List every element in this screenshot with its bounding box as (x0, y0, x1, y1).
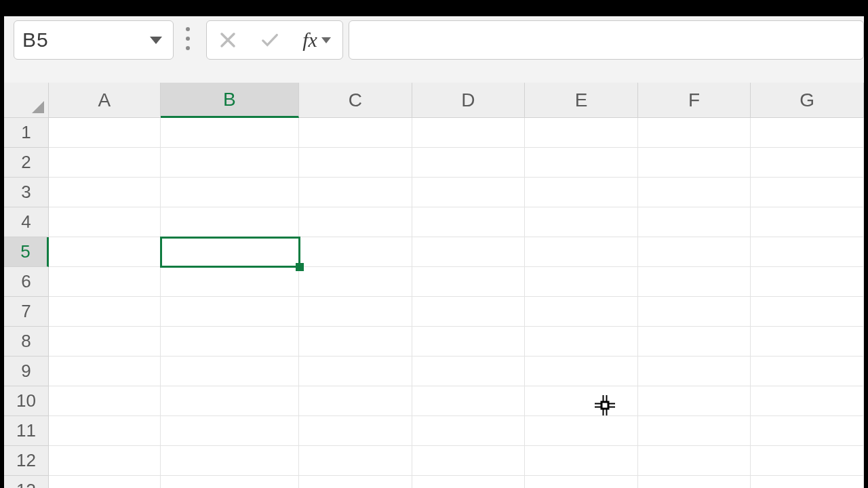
column-header-E[interactable]: E (525, 83, 638, 118)
column-header-D[interactable]: D (412, 83, 526, 118)
cell[interactable] (751, 416, 864, 446)
cell[interactable] (49, 446, 161, 476)
cell[interactable] (49, 118, 161, 148)
formula-input[interactable] (349, 20, 864, 60)
cell[interactable] (751, 327, 864, 357)
column-header-G[interactable]: G (751, 83, 864, 118)
column-header-F[interactable]: F (638, 83, 751, 118)
select-all-button[interactable] (4, 83, 49, 118)
cell[interactable] (49, 386, 161, 416)
cell[interactable] (751, 357, 864, 386)
cell[interactable] (299, 237, 412, 267)
row-header-2[interactable]: 2 (4, 148, 49, 178)
cell[interactable] (638, 327, 751, 357)
cell[interactable] (525, 386, 638, 416)
cell[interactable] (412, 357, 526, 386)
cell[interactable] (525, 118, 638, 148)
row-header-13[interactable]: 13 (4, 476, 49, 488)
cell[interactable] (299, 118, 412, 148)
cell[interactable] (299, 267, 412, 297)
cell[interactable] (751, 178, 864, 207)
row-header-11[interactable]: 11 (4, 416, 49, 446)
cell[interactable] (49, 357, 161, 386)
cell[interactable] (751, 237, 864, 267)
cell[interactable] (412, 297, 526, 327)
name-box[interactable]: B5 (14, 20, 174, 60)
column-header-B[interactable]: B (161, 83, 299, 118)
cell[interactable] (525, 446, 638, 476)
row-header-10[interactable]: 10 (4, 386, 49, 416)
cell[interactable] (525, 357, 638, 386)
row-header-12[interactable]: 12 (4, 446, 49, 476)
fill-handle[interactable] (296, 263, 304, 271)
row-header-9[interactable]: 9 (4, 357, 49, 386)
cell[interactable] (412, 237, 526, 267)
cell[interactable] (525, 237, 638, 267)
cell[interactable] (525, 297, 638, 327)
cell[interactable] (299, 207, 412, 237)
cell[interactable] (638, 446, 751, 476)
cell[interactable] (525, 327, 638, 357)
cell[interactable] (638, 118, 751, 148)
cell[interactable] (751, 297, 864, 327)
cell[interactable] (638, 178, 751, 207)
cell[interactable] (49, 297, 161, 327)
cell[interactable] (751, 386, 864, 416)
cell[interactable] (638, 357, 751, 386)
cell[interactable] (412, 207, 526, 237)
row-header-8[interactable]: 8 (4, 327, 49, 357)
cell[interactable] (412, 327, 526, 357)
cell[interactable] (161, 148, 299, 178)
cell[interactable] (638, 148, 751, 178)
cell[interactable] (161, 327, 299, 357)
cells-area[interactable] (49, 118, 864, 472)
cell[interactable] (161, 178, 299, 207)
cell[interactable] (49, 178, 161, 207)
cell[interactable] (638, 297, 751, 327)
cell[interactable] (161, 357, 299, 386)
cell[interactable] (751, 118, 864, 148)
column-header-C[interactable]: C (299, 83, 412, 118)
cell[interactable] (49, 207, 161, 237)
cell[interactable] (751, 446, 864, 476)
cell[interactable] (299, 178, 412, 207)
cell[interactable] (638, 386, 751, 416)
cell[interactable] (299, 297, 412, 327)
cell[interactable] (299, 386, 412, 416)
cell[interactable] (299, 148, 412, 178)
cell[interactable] (412, 178, 526, 207)
cell[interactable] (751, 476, 864, 488)
insert-function-button[interactable]: fx (302, 28, 331, 52)
cell[interactable] (161, 446, 299, 476)
cell[interactable] (412, 386, 526, 416)
cell[interactable] (161, 237, 299, 267)
cell[interactable] (412, 267, 526, 297)
cell[interactable] (525, 476, 638, 488)
cell[interactable] (638, 267, 751, 297)
column-header-A[interactable]: A (49, 83, 161, 118)
cell[interactable] (161, 476, 299, 488)
cell[interactable] (412, 446, 526, 476)
cell[interactable] (525, 178, 638, 207)
formula-bar-grip-icon[interactable] (186, 27, 190, 50)
cell[interactable] (525, 416, 638, 446)
cell[interactable] (412, 416, 526, 446)
row-header-4[interactable]: 4 (4, 207, 49, 237)
cell[interactable] (412, 476, 526, 488)
row-header-3[interactable]: 3 (4, 178, 49, 207)
cell[interactable] (412, 148, 526, 178)
chevron-down-icon[interactable] (150, 37, 162, 44)
cell[interactable] (638, 476, 751, 488)
cell[interactable] (525, 267, 638, 297)
cell[interactable] (299, 327, 412, 357)
cell[interactable] (161, 207, 299, 237)
cancel-icon[interactable] (218, 30, 237, 49)
row-header-7[interactable]: 7 (4, 297, 49, 327)
row-header-6[interactable]: 6 (4, 267, 49, 297)
cell[interactable] (161, 118, 299, 148)
cell[interactable] (751, 148, 864, 178)
cell[interactable] (49, 237, 161, 267)
cell[interactable] (49, 148, 161, 178)
cell[interactable] (161, 297, 299, 327)
cell[interactable] (161, 386, 299, 416)
